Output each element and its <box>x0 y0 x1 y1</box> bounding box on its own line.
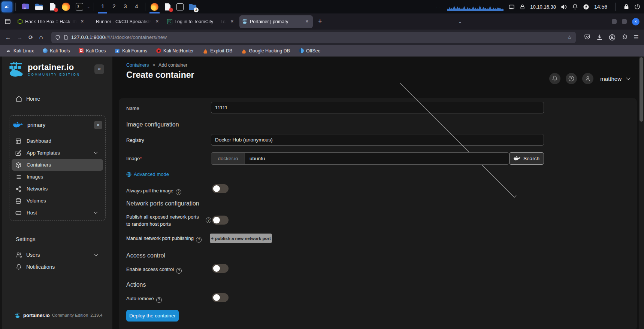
url-bar[interactable]: 127.0.0.1:9000/#!/1/docker/containers/ne… <box>51 32 576 43</box>
tab-close-icon[interactable]: ✕ <box>79 18 85 25</box>
sidebar-item-containers[interactable]: Containers <box>12 159 103 171</box>
sidebar-collapse-button[interactable]: « <box>94 64 104 74</box>
advanced-mode-link[interactable]: Advanced mode <box>126 171 169 177</box>
portainer-logo[interactable]: portainer.io COMMUNITY EDITION <box>8 61 80 77</box>
vpn-lock-icon[interactable] <box>520 4 525 10</box>
bookmark-kali-forums[interactable]: Kali Forums <box>115 48 147 54</box>
sidebar-item-users[interactable]: Users <box>2 250 112 260</box>
sidebar-item-images[interactable]: Images <box>12 171 103 183</box>
power-manager-icon[interactable] <box>583 4 589 10</box>
volume-icon[interactable] <box>561 4 567 10</box>
bookmark-offsec[interactable]: OffSec <box>299 48 320 54</box>
workspace-1[interactable]: 1 <box>97 0 108 13</box>
back-button[interactable]: ← <box>5 34 11 40</box>
registry-select[interactable]: Docker Hub (anonymous) <box>211 134 544 146</box>
sidebar-item-home[interactable]: Home <box>2 94 112 104</box>
bookmark-kali-tools[interactable]: Kali Tools <box>43 48 70 54</box>
auto-remove-label: Auto remove? <box>126 296 162 303</box>
enable-access-toggle[interactable] <box>212 264 229 273</box>
tab-close-icon[interactable]: ✕ <box>154 18 160 25</box>
user-avatar[interactable] <box>582 73 593 84</box>
image-input[interactable] <box>245 153 509 164</box>
firefox-view-icon[interactable] <box>4 18 11 25</box>
site-info-icon[interactable] <box>63 35 68 40</box>
taskbar-separator <box>615 3 616 11</box>
pocket-icon[interactable] <box>584 34 590 40</box>
environment-header[interactable]: primary ✕ <box>13 119 102 131</box>
logout-icon[interactable] <box>634 4 640 10</box>
notifications-bell-icon[interactable] <box>572 4 578 10</box>
launcher-dropdown-chevron[interactable]: ⌄ <box>87 5 90 9</box>
bookmark-star-icon[interactable]: ☆ <box>567 34 572 40</box>
sidebar-item-notifications[interactable]: Notifications <box>2 262 112 272</box>
sidebar-item-host[interactable]: Host <box>12 207 103 219</box>
cpu-graph[interactable] <box>447 3 504 11</box>
always-pull-toggle[interactable] <box>212 184 229 193</box>
tab-teamcity[interactable]: TC Log in to TeamCity — Tea ✕ <box>164 15 238 28</box>
bookmark-kali-linux[interactable]: Kali Linux <box>6 48 34 54</box>
sidebar-item-dashboard[interactable]: Dashboard <box>12 135 103 147</box>
scrollbar-thumb[interactable] <box>640 57 643 122</box>
publish-all-toggle[interactable] <box>212 216 229 225</box>
firefox-launcher-icon[interactable] <box>61 2 70 11</box>
environment-close-icon[interactable]: ✕ <box>94 121 102 129</box>
new-tab-button[interactable]: + <box>314 18 326 25</box>
workspace-2[interactable]: 2 <box>108 0 120 13</box>
page-scrollbar[interactable] <box>639 57 644 329</box>
name-input[interactable] <box>211 102 544 113</box>
help-circle-icon[interactable]: ? <box>156 297 162 303</box>
file-manager-icon[interactable] <box>34 2 43 11</box>
username[interactable]: matthew <box>600 76 622 82</box>
text-editor-icon[interactable] <box>48 2 57 11</box>
display-settings-icon[interactable] <box>21 2 30 11</box>
reload-button[interactable]: ⟳ <box>28 34 33 41</box>
workspace-3[interactable]: 3 <box>120 0 131 13</box>
tab-runner-cicd[interactable]: Runner - CI/CD Specialists ✕ <box>90 15 163 28</box>
help-circle-icon[interactable]: ? <box>206 217 211 223</box>
help-button[interactable] <box>566 73 577 84</box>
sidebar-item-volumes[interactable]: Volumes <box>12 195 103 207</box>
breadcrumb-containers-link[interactable]: Containers <box>126 63 149 68</box>
window-close-button[interactable]: ✕ <box>632 18 640 25</box>
tab-close-icon[interactable]: ✕ <box>229 18 235 25</box>
publish-network-port-button[interactable]: + publish a new network port <box>210 234 272 243</box>
tab-close-icon[interactable]: ✕ <box>304 18 310 25</box>
downloads-icon[interactable] <box>596 34 603 40</box>
kali-menu-button[interactable] <box>1 1 12 12</box>
sidebar-item-app-templates[interactable]: App Templates <box>12 147 103 159</box>
deploy-container-button[interactable]: Deploy the container <box>126 310 179 322</box>
shield-permissions-icon[interactable] <box>55 35 60 40</box>
bookmark-google-hacking-db[interactable]: Google Hacking DB <box>241 48 290 54</box>
open-app-editor[interactable] <box>161 0 174 13</box>
extensions-icon[interactable] <box>622 34 628 40</box>
url-text[interactable]: 127.0.0.1:9000/#!/1/docker/containers/ne… <box>71 34 564 40</box>
maximize-button[interactable] <box>622 19 627 24</box>
bookmark-kali-nethunter[interactable]: Kali NetHunter <box>156 48 194 54</box>
menu-hamburger-icon[interactable]: ☰ <box>634 34 639 41</box>
lock-screen-icon[interactable] <box>623 4 629 10</box>
user-menu-chevron[interactable] <box>626 76 630 80</box>
open-app-terminal[interactable] <box>174 0 186 13</box>
tab-hack-the-box[interactable]: Hack The Box :: Hack The B ✕ <box>15 15 88 28</box>
search-button[interactable]: Search <box>509 152 544 165</box>
list-all-tabs-chevron[interactable]: ⌄ <box>458 19 462 24</box>
minimize-button[interactable] <box>612 19 617 24</box>
clock[interactable]: 14:56 <box>594 4 607 10</box>
help-circle-icon[interactable]: ? <box>176 189 181 195</box>
notifications-button[interactable] <box>549 73 560 84</box>
forward-button[interactable]: → <box>17 34 22 40</box>
open-app-files[interactable]: 2 <box>186 0 199 13</box>
network-icon[interactable] <box>508 4 515 10</box>
tab-portainer[interactable]: Portainer | primary ✕ <box>239 15 313 28</box>
bookmark-exploit-db[interactable]: Exploit-DB <box>203 48 232 54</box>
help-circle-icon[interactable]: ? <box>176 268 182 274</box>
account-icon[interactable] <box>609 34 616 41</box>
terminal-launcher-icon[interactable]: $_ <box>75 2 84 11</box>
open-app-firefox[interactable] <box>148 0 161 13</box>
bookmark-kali-docs[interactable]: Kali Docs <box>79 48 106 54</box>
workspace-4[interactable]: 4 <box>131 0 142 13</box>
sidebar-item-networks[interactable]: Networks <box>12 183 103 195</box>
help-circle-icon[interactable]: ? <box>196 237 202 243</box>
auto-remove-toggle[interactable] <box>212 293 229 302</box>
home-button[interactable]: ⌂ <box>39 34 43 41</box>
